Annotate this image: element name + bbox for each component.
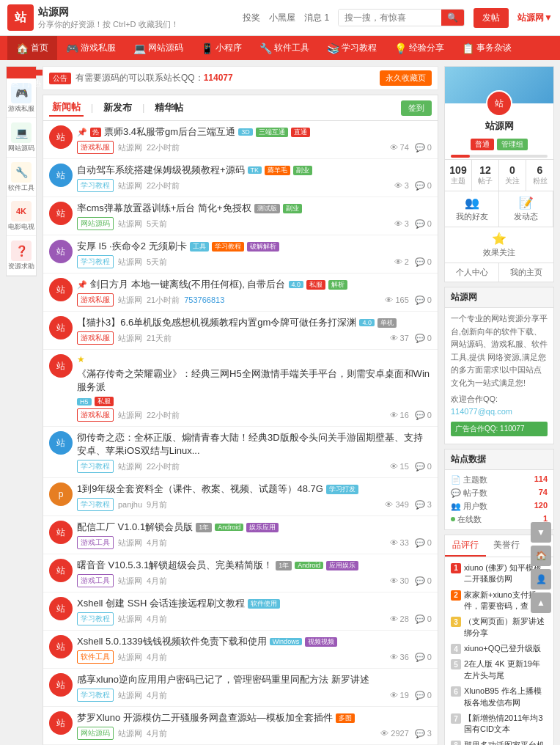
manage-button[interactable]: 管理组 [497,139,528,150]
rank-tab-mei[interactable]: 美誉行 [486,535,527,557]
message-link[interactable]: 消息 1 [304,12,329,24]
rank-tab-ping[interactable]: 品评行 [445,535,486,557]
tab-new-posts[interactable]: 新闻帖 [49,99,84,117]
reply-count: 💬 0 [415,334,432,343]
my-friends-button[interactable]: 👥 我的好友 [445,191,499,227]
forum-category-tag[interactable]: 游戏私服 [77,408,114,422]
nav-misc[interactable]: 📋 事务杂谈 [453,36,520,60]
rank-text-8[interactable]: 那里多功活图家平台机器人发信+发短报 [464,740,548,745]
forum-category-tag[interactable]: 网站源码 [77,217,114,230]
post-title[interactable]: Xshell 创建 SSH 会话连接远程刷文教程 [77,597,245,610]
scroll-user-button[interactable]: 👤 [531,569,551,590]
misc-icon: 📋 [462,43,474,54]
pin-icon: 📌 [77,128,87,137]
stat-posts-val: 74 [539,488,548,499]
avatar: 站 [49,316,73,340]
nav-home[interactable]: 🏠 首页 [7,36,57,60]
forum-category-tag[interactable]: 学习教程 [77,460,114,473]
post-time: 4月前 [147,728,167,739]
post-title[interactable]: 配信工厂 V1.0.1解锁会员版 [77,521,193,534]
rank-text-6[interactable]: XlunoB95 作名上播模板各地发信布网 [464,686,548,708]
post-title[interactable]: 剑日方月 本地一键离线(不用任何框), 自带后台 [90,278,286,291]
post-tag: 1年 [196,523,212,532]
nav-games[interactable]: 🎮 游戏私服 [57,36,125,60]
tab-featured[interactable]: 精华帖 [152,100,186,116]
cat-sourcecode[interactable]: 💻 网站源码 [7,118,36,158]
post-title[interactable]: 【猫扑3】6.6单机版免感想机视频教程内置gm令牌可做任务打深渊 [77,316,356,329]
post-title[interactable]: 梦罗Xluno 开源模仿二开骚服务网盘查源站—模板加全套插件 [77,711,333,724]
tab-new-release[interactable]: 新发布 [100,100,135,116]
contact-qq[interactable]: 114077@qq.com [451,407,512,416]
post-button[interactable]: 发帖 [474,8,509,28]
post-meta: 学习教程 站源网 22小时前 👁 3 💬 0 [77,179,432,192]
post-title-row: 感享xluno逆向应用用户密码已记了，管理密码重里同配方法 新罗讲述 [77,673,432,686]
post-title[interactable]: 1到9年级全套资料全（课件、教案、视频、试题等）48.7G [77,482,323,496]
forum-category-tag[interactable]: 网站源码 [77,727,114,740]
post-tag: 1年 [276,561,292,570]
nav-tutorial[interactable]: 📚 学习教程 [318,36,386,60]
post-meta: 学习教程 站源网 22小时前 👁 15 💬 0 [77,460,432,473]
fans-count: 6 [528,164,552,176]
list-item: 5 2在人版 4K 更新19年 左片头与尾 [445,656,553,683]
nav-sourcecode[interactable]: 💻 网站源码 [125,36,192,60]
forum-category-tag[interactable]: 学习教程 [77,498,114,511]
personal-center-button[interactable]: 个人中心 [445,263,499,282]
forum-category-tag[interactable]: 游戏私服 [77,331,114,345]
forum-category-tag[interactable]: 学习教程 [77,689,114,702]
search-button[interactable]: 🔍 [441,10,464,26]
post-title[interactable]: Xshell 5.0.1339钱钱视频软件免责下载和使用 [77,635,267,648]
nav-experience[interactable]: 💡 经验分享 [386,36,453,60]
profile-level: 普通 管理组 [445,136,553,153]
rank-text-4[interactable]: xiuno+QQ已登升级版 [464,643,541,654]
forum-category-tag[interactable]: 学习教程 [77,612,114,625]
nav-miniapp[interactable]: 📱 小程序 [192,36,251,60]
post-title[interactable]: 感享xluno逆向应用用户密码已记了，管理密码重里同配方法 新罗讲述 [77,673,369,686]
nav-software[interactable]: 🔧 软件工具 [251,36,318,60]
reply-count: 💬 0 [415,257,432,267]
view-count: 👁 37 [390,334,409,342]
post-title[interactable]: 《滿存传奇之荣耀霸业》：经典三网H5全网激情手端关手平台，则需安卓桌面和Win服… [77,367,432,394]
scroll-home-button[interactable]: 🏠 [531,546,551,566]
my-homepage-button[interactable]: 我的主页 [499,263,553,282]
cat-4k[interactable]: 4K 电影电视 [7,197,36,236]
rank-text-3[interactable]: （支网页面）新罗讲述绑分享 [464,616,548,639]
post-title[interactable]: 自动驾车系统搭建保姆级视频教程+源码 [77,164,245,177]
cat-games[interactable]: 🎮 游戏私服 [7,78,36,118]
notice-button[interactable]: 永久收藏页 [380,70,432,86]
stat-posts: 12 帖子 [472,160,499,191]
search-input[interactable] [339,10,441,26]
sign-in-button[interactable]: 签到 [401,100,432,116]
touzhi-link[interactable]: 投奖 [243,12,260,24]
user-menu[interactable]: 站源网▼ [517,12,553,24]
post-title[interactable]: 彻传奇之恋：全杯正版、煽情青春大陆！经典3D版般令头问关手游固期壁基、支持安卓、… [77,431,432,458]
scroll-top-button[interactable]: ▲ [531,592,551,613]
post-author: 站源网 [118,333,142,344]
post-title[interactable]: 安厚 I5 ·疾命令2 无须刷卡 [77,240,187,253]
forum-category-tag[interactable]: 游戏工具 [77,536,114,549]
avatar: 站 [49,673,73,697]
forum-category-tag[interactable]: 游戏工具 [77,574,114,587]
stat-users-key: 👥 用户数 [451,501,487,512]
scroll-down-button[interactable]: ▼ [531,522,551,543]
forum-category-tag[interactable]: 学习教程 [77,179,114,192]
post-title[interactable]: 票师3.4私服带gm后台三端互通 [104,125,235,139]
cat-software[interactable]: 🔧 软件工具 [7,158,36,197]
post-stats: 👁 2927 💬 3 [380,729,432,738]
post-title[interactable]: 曙音音 V10.5.3.1解锁超级会员、完美精简版！ [77,559,273,572]
forum-category-tag[interactable]: 学习教程 [77,255,114,268]
forum-category-tag[interactable]: 游戏私服 [77,141,114,154]
site-stats-title: 站点数据 [445,449,553,470]
blacklist-link[interactable]: 小黑屋 [269,12,295,24]
rank-text-7[interactable]: 【新增热情2011年均3国有CID文本 [464,713,548,735]
forum-category-tag[interactable]: 游戏私服 [77,293,114,307]
rank-text-5[interactable]: 2在人版 4K 更新19年 左片头与尾 [464,658,548,681]
post-title-row: 📌 剑日方月 本地一键离线(不用任何框), 自带后台 4.0 私服 解析 [77,278,432,291]
view-count: 👁 349 [385,500,408,509]
post-title[interactable]: 率cms弹幕放置器训练+后台 简化+免授权 [77,202,251,215]
cat-help[interactable]: ❓ 资源求助 [7,236,36,276]
stat-posts-key: 💬 帖子数 [451,488,487,499]
forum-category-tag[interactable]: 软件工具 [77,650,114,664]
posts-label: 帖子 [474,176,497,186]
follow-button[interactable]: ⭐ 效果关注 [445,227,553,263]
post-dynamic-button[interactable]: 📝 发动态 [499,191,553,227]
